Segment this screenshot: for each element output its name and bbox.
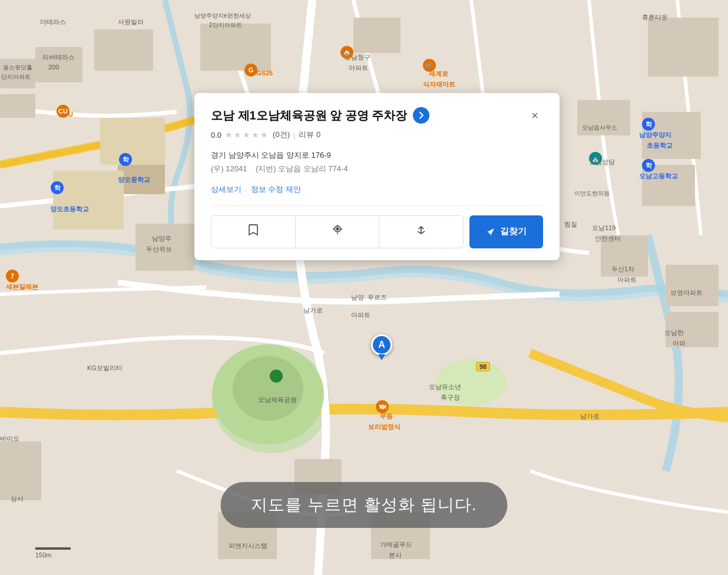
poi-seongdang: ⛪ [589,152,602,165]
nearby-button[interactable] [296,215,380,248]
edit-link[interactable]: 정보 수정 제안 [251,184,301,195]
navigate-label: 길찾기 [500,226,527,237]
svg-point-27 [336,228,339,230]
navigate-button[interactable]: 길찾기 [469,215,543,248]
rating-count: (0건) [273,129,290,140]
review-label: 리뷰 0 [299,129,320,140]
scale-bar [35,547,71,550]
poi-gs25: G [244,64,257,77]
stars: ★★★★★ [225,130,269,139]
svg-rect-5 [35,47,82,82]
poi-elemschool: 학 [642,118,655,131]
poi-park: 🌲 [270,370,283,383]
postal-code: (우) 12041 [211,164,247,173]
svg-rect-14 [135,224,194,271]
svg-rect-18 [0,441,41,500]
address-main: 경기 남양주시 오남읍 양지로 176-9 [211,148,543,162]
road-badge-98: 98 [476,362,490,371]
share-button[interactable] [379,215,464,248]
marker-tail [378,354,385,360]
jibun-address: (지번) 오남읍 오남리 774-4 [256,164,348,173]
svg-rect-7 [200,24,271,71]
poi-mart: 🛒 [423,59,436,72]
info-popup: 오남 제1오남체육공원 앞 공영 주차장 × 0.0 ★★★★★ (0건) | … [194,93,560,260]
svg-rect-17 [666,312,719,347]
popup-title-row: 오남 제1오남체육공원 앞 공영 주차장 [211,107,522,124]
poi-highschool: 학 [642,159,655,172]
location-icon [332,224,343,240]
poi-cu: CU [57,105,70,118]
overlay-text: 지도를 누르면 활성화 됩니다. [251,496,476,514]
poi-711: 7 [6,270,19,282]
map-marker-a: A [371,334,392,360]
svg-point-2 [436,359,507,406]
map-container[interactable]: 더테라스 서원빌라 남양주양지e편한세상 2단지아파트 휴튼타운 리버테라스 2… [0,0,728,575]
bookmark-icon [247,224,259,240]
rating-score: 0.0 [211,131,221,139]
popup-actions: 길찾기 [211,215,543,248]
popup-header: 오남 제1오남체육공원 앞 공영 주차장 × [211,107,543,124]
svg-rect-4 [0,94,35,118]
poi-school1: 학 [119,153,132,166]
svg-rect-23 [100,118,165,165]
svg-rect-16 [666,265,719,306]
popup-links: 상세보기 . 정보 수정 제안 [211,184,543,195]
link-separator: . [245,184,247,195]
svg-point-25 [233,356,303,421]
popup-close-button[interactable]: × [527,107,543,124]
popup-divider [211,205,543,206]
svg-rect-8 [353,18,401,53]
poi-apt: 🏠 [340,46,353,59]
address-sub: (우) 12041 (지번) 오남읍 오남리 774-4 [211,162,543,175]
rating-divider: | [293,131,295,139]
popup-address: 경기 남양주시 오남읍 양지로 176-9 (우) 12041 (지번) 오남읍… [211,148,543,176]
svg-rect-15 [601,235,648,277]
activation-overlay[interactable]: 지도를 누르면 활성화 됩니다. [220,482,507,528]
svg-rect-9 [648,18,719,77]
popup-rating: 0.0 ★★★★★ (0건) | 리뷰 0 [211,129,543,140]
marker-circle: A [371,334,392,355]
detail-link[interactable]: 상세보기 [211,184,241,195]
share-icon [415,224,427,239]
popup-detail-arrow[interactable] [413,107,429,124]
scale-indicator: 150m [35,547,71,559]
poi-school2: 학 [51,181,64,194]
svg-rect-6 [94,29,153,71]
scale-label: 150m [35,551,52,559]
poi-restaurant: 🍽 [376,400,389,413]
svg-rect-3 [0,59,35,88]
popup-title: 오남 제1오남체육공원 앞 공영 주차장 [211,108,407,123]
svg-rect-10 [577,100,630,135]
svg-rect-22 [53,171,124,230]
save-button[interactable] [211,215,296,248]
